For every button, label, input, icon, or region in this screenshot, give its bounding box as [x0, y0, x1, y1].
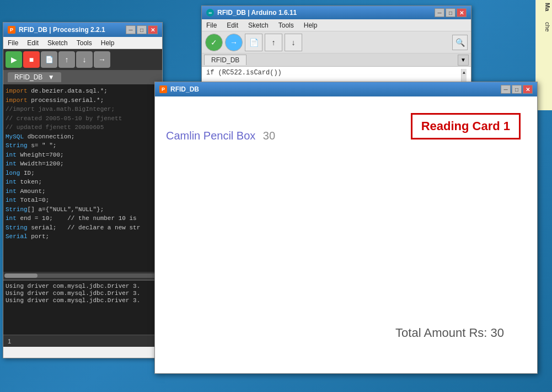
- total-amount-label: Total Amount Rs: 30: [395, 326, 504, 340]
- arduino-save-btn[interactable]: ↓: [285, 34, 302, 51]
- rfid-window-controls: ─ □ ✕: [501, 85, 533, 94]
- code-editor[interactable]: import de.bezier.data.sql.*; import proc…: [3, 84, 162, 272]
- processing-menu-file[interactable]: File: [6, 38, 20, 48]
- sticky-note: Ma che: [535, 0, 552, 110]
- arduino-tab-rfiddb[interactable]: RFID_DB: [204, 55, 246, 65]
- sketch-name-tab[interactable]: RFID_DB ▼: [8, 72, 61, 82]
- console-status-bar: 1: [3, 335, 162, 347]
- product-quantity: 30: [263, 130, 275, 142]
- desktop: Ma che P RFID_DB | Processing 2.2.1 ─ □ …: [0, 0, 552, 392]
- arduino-search-btn[interactable]: 🔍: [452, 35, 468, 50]
- console-area: Using driver com.mysql.jdbc.Driver 3. Us…: [3, 280, 162, 335]
- arduino-menu-edit[interactable]: Edit: [224, 20, 240, 30]
- export-button[interactable]: →: [94, 51, 110, 68]
- processing-titlebar: P RFID_DB | Processing 2.2.1 ─ □ ✕: [3, 23, 162, 37]
- arduino-minimize-btn[interactable]: ─: [435, 8, 444, 17]
- processing-menu-help[interactable]: Help: [99, 38, 117, 48]
- run-button[interactable]: ▶: [6, 51, 22, 68]
- arduino-menu-sketch[interactable]: Sketch: [246, 20, 271, 30]
- sketch-dropdown-icon[interactable]: ▼: [48, 73, 55, 81]
- rfid-content-area: Reading Card 1 Camlin Pencil Box 30 Tota…: [155, 96, 537, 373]
- arduino-close-btn[interactable]: ✕: [457, 8, 467, 17]
- save-button[interactable]: ↓: [76, 51, 93, 68]
- arduino-maximize-btn[interactable]: □: [446, 8, 455, 17]
- arduino-icon: ∞: [206, 9, 214, 17]
- processing-minimize-btn[interactable]: ─: [126, 25, 136, 34]
- console-line-1: Using driver com.mysql.jdbc.Driver 3.: [6, 283, 160, 289]
- new-button[interactable]: 📄: [41, 51, 57, 68]
- arduino-new-btn[interactable]: 📄: [245, 34, 262, 51]
- arduino-menubar: File Edit Sketch Tools Help: [202, 19, 471, 31]
- sticky-note-text2: che: [537, 22, 551, 32]
- processing-toolbar: ▶ ■ 📄 ↑ ↓ →: [3, 49, 162, 70]
- rfid-maximize-btn[interactable]: □: [512, 85, 522, 94]
- processing-close-btn[interactable]: ✕: [148, 25, 158, 34]
- arduino-verify-btn[interactable]: ✓: [205, 34, 223, 51]
- arduino-scroll-up-icon[interactable]: ▲: [462, 69, 467, 76]
- product-name: Camlin Pencil Box: [166, 130, 255, 142]
- processing-menu-edit[interactable]: Edit: [25, 38, 41, 48]
- processing-maximize-btn[interactable]: □: [137, 25, 147, 34]
- rfid-icon: P: [159, 85, 167, 93]
- arduino-menu-file[interactable]: File: [204, 20, 219, 30]
- sticky-note-text1: Ma: [537, 3, 551, 11]
- rfid-title: RFID_DB: [170, 85, 199, 93]
- code-horizontal-scrollbar[interactable]: [3, 272, 162, 280]
- processing-icon: P: [8, 26, 15, 34]
- console-line-3: Using driver com.mysql.jdbc.Driver 3.: [6, 297, 160, 304]
- processing-window: P RFID_DB | Processing 2.2.1 ─ □ ✕ File …: [3, 22, 163, 358]
- stop-button[interactable]: ■: [23, 51, 40, 68]
- arduino-open-btn[interactable]: ↑: [265, 34, 282, 51]
- rfid-close-btn[interactable]: ✕: [523, 85, 533, 94]
- console-line-2: Using driver com.mysql.jdbc.Driver 3.: [6, 290, 160, 297]
- arduino-upload-btn[interactable]: →: [225, 34, 243, 51]
- rfid-display-window: P RFID_DB ─ □ ✕ Reading Card 1 Camlin Pe…: [154, 82, 538, 374]
- processing-window-controls: ─ □ ✕: [126, 25, 158, 34]
- reading-card-badge: Reading Card 1: [411, 113, 521, 139]
- arduino-menu-tools[interactable]: Tools: [276, 20, 296, 30]
- arduino-tab-dropdown[interactable]: ▼: [458, 55, 469, 66]
- arduino-title: RFID_DB | Arduino 1.6.11: [217, 9, 297, 17]
- arduino-window-controls: ─ □ ✕: [435, 8, 467, 17]
- processing-menu-sketch[interactable]: Sketch: [45, 38, 70, 48]
- arduino-tab-bar: RFID_DB ▼: [202, 53, 471, 67]
- processing-menubar: File Edit Sketch Tools Help: [3, 37, 162, 49]
- processing-menu-tools[interactable]: Tools: [74, 38, 94, 48]
- processing-title: RFID_DB | Processing 2.2.1: [19, 26, 105, 34]
- reading-card-label: Reading Card 1: [421, 119, 510, 133]
- arduino-titlebar: ∞ RFID_DB | Arduino 1.6.11 ─ □ ✕: [202, 6, 471, 19]
- arduino-menu-help[interactable]: Help: [302, 20, 320, 30]
- sketch-bar: RFID_DB ▼: [3, 70, 162, 84]
- arduino-toolbar: ✓ → 📄 ↑ ↓ 🔍: [202, 31, 471, 53]
- rfid-titlebar: P RFID_DB ─ □ ✕: [155, 82, 537, 96]
- console-line-number: 1: [8, 338, 11, 345]
- rfid-minimize-btn[interactable]: ─: [501, 85, 511, 94]
- scroll-thumb: [4, 273, 37, 278]
- arduino-code-line: if (RC522.isCard()): [206, 69, 282, 77]
- scroll-track: [4, 273, 161, 278]
- open-button[interactable]: ↑: [58, 51, 75, 68]
